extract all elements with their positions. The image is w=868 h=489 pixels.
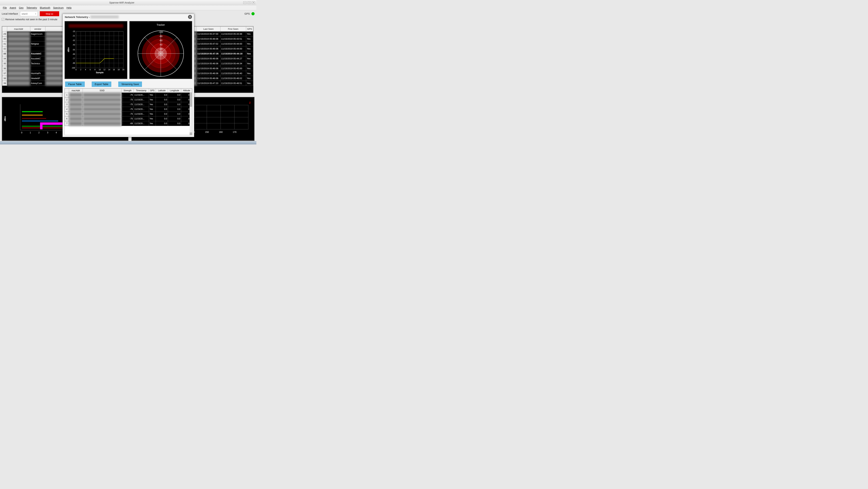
svg-rect-11: [22, 118, 46, 119]
menu-agent[interactable]: Agent: [8, 6, 18, 10]
band-label-5: z: [249, 101, 251, 104]
dialog-title: Network Telemetry -: [65, 16, 90, 19]
svg-rect-16: [40, 123, 42, 129]
menu-help[interactable]: Help: [65, 6, 73, 10]
export-table-button[interactable]: Export Table: [92, 82, 112, 87]
svg-text:-43: -43: [72, 44, 75, 46]
spectrum-ylabel: dBm: [4, 116, 6, 121]
svg-text:12: 12: [103, 69, 105, 71]
svg-text:16: 16: [113, 69, 115, 71]
remove-old-networks-checkbox[interactable]: ✓: [2, 18, 4, 21]
table-row[interactable]: 6 -7511/15/20... Yes0.00.00.0: [65, 117, 192, 121]
gps-status-icon: [251, 12, 255, 15]
maximize-button[interactable]: □: [248, 1, 251, 4]
svg-text:-66: -66: [72, 53, 75, 55]
minimize-button[interactable]: —: [243, 1, 247, 4]
svg-text:14: 14: [108, 69, 110, 71]
tcol-alt[interactable]: Altitude: [181, 89, 192, 93]
svg-text:170: 170: [233, 131, 237, 133]
pause-table-button[interactable]: Pause Table: [65, 82, 85, 87]
redacted-ssid: [91, 16, 119, 18]
tcol-gps[interactable]: GPS: [149, 89, 156, 93]
stop-scan-button[interactable]: Stop sc: [40, 11, 59, 16]
telemetry-table[interactable]: macAddr SSID Strength Timestamp GPS Lati…: [64, 88, 192, 135]
gps-label: GPS:: [245, 12, 250, 15]
dialog-titlebar[interactable]: Network Telemetry - ✕: [63, 14, 194, 20]
svg-text:-88: -88: [72, 62, 75, 64]
svg-text:20: 20: [122, 69, 124, 71]
svg-text:150: 150: [205, 131, 209, 133]
tracker-radar: Tracker -100-80 -60-40-20: [129, 21, 192, 79]
table-row[interactable]: 5 -7511/15/20... Yes0.00.00.0: [65, 112, 192, 117]
svg-text:-77: -77: [72, 58, 75, 60]
local-interface-label: Local Interface: [2, 12, 18, 15]
svg-text:-21: -21: [72, 35, 75, 37]
interface-select[interactable]: wlan0: [20, 11, 38, 16]
menu-telemetry[interactable]: Telemetry: [25, 6, 38, 10]
svg-text:8: 8: [94, 69, 95, 71]
table-row[interactable]: 3 -7511/15/20... Yes0.00.00.0: [65, 102, 192, 107]
menu-file[interactable]: File: [1, 6, 8, 10]
streaming-save-button[interactable]: Streaming Save: [118, 82, 142, 87]
statusbar: [0, 141, 256, 145]
table-row[interactable]: 2 -7511/15/20... Yes0.00.00.0: [65, 97, 192, 102]
svg-text:4: 4: [85, 69, 86, 71]
svg-text:-80: -80: [159, 35, 162, 37]
svg-text:2: 2: [38, 131, 40, 134]
svg-text:-60: -60: [159, 39, 162, 42]
col-gps[interactable]: GPS: [246, 27, 253, 32]
tcol-ssid[interactable]: SSID: [83, 89, 122, 93]
svg-text:-10: -10: [72, 30, 75, 32]
svg-text:6: 6: [90, 69, 91, 71]
col-lastseen[interactable]: Last Seen: [196, 27, 220, 32]
menu-bluetooth[interactable]: Bluetooth: [38, 6, 52, 10]
svg-rect-10: [22, 115, 43, 116]
window-title: Sparrow-WiFi Analyzer: [1, 1, 242, 4]
table-row[interactable]: 7 -8911/15/20... Yes0.00.00.0: [65, 121, 192, 126]
network-telemetry-dialog: Network Telemetry - ✕ -10-21-32-43-55-66…: [62, 14, 194, 137]
window-titlebar: Sparrow-WiFi Analyzer — □ ✕: [0, 0, 256, 5]
telemetry-scrollbar[interactable]: [190, 93, 192, 135]
svg-text:0: 0: [75, 69, 76, 71]
close-button[interactable]: ✕: [252, 1, 255, 4]
svg-text:-20: -20: [159, 48, 162, 50]
svg-text:18: 18: [118, 69, 120, 71]
svg-rect-12: [22, 121, 58, 121]
svg-text:0: 0: [21, 131, 22, 134]
tcol-lat[interactable]: Latitude: [156, 89, 168, 93]
svg-rect-9: [22, 111, 43, 112]
svg-rect-14: [22, 126, 65, 126]
tcol-lon[interactable]: Longitude: [168, 89, 181, 93]
tcol-mac[interactable]: macAddr: [69, 89, 83, 93]
svg-text:160: 160: [219, 131, 222, 133]
tcol-strength[interactable]: Strength: [122, 89, 134, 93]
menu-geo[interactable]: Geo: [18, 6, 25, 10]
table-row[interactable]: 4 -7511/15/20... Yes0.00.00.0: [65, 107, 192, 112]
svg-text:1: 1: [30, 131, 31, 134]
svg-text:4: 4: [56, 131, 57, 134]
col-macaddr[interactable]: macAddr: [7, 27, 30, 32]
menu-spectrum[interactable]: Spectrum: [52, 6, 65, 10]
col-vendor[interactable]: vendor: [30, 27, 45, 32]
svg-text:-100: -100: [71, 67, 75, 69]
signal-history-chart: -10-21-32-43-55-66-77-88-100024681012141…: [64, 21, 127, 79]
svg-text:2: 2: [80, 69, 81, 71]
scrollbar-thumb[interactable]: [190, 93, 192, 107]
svg-text:-32: -32: [72, 39, 75, 41]
svg-text:Sample: Sample: [96, 71, 103, 74]
svg-text:-40: -40: [159, 43, 162, 46]
tcol-timestamp[interactable]: Timestamp: [134, 89, 149, 93]
menubar: File Agent Geo Telemetry Bluetooth Spect…: [0, 5, 256, 10]
scrollbar-down[interactable]: [190, 132, 192, 135]
svg-text:-55: -55: [72, 49, 75, 51]
svg-text:3: 3: [47, 131, 48, 134]
dialog-close-button[interactable]: ✕: [188, 15, 192, 19]
redacted-chart-title: [69, 24, 123, 28]
svg-text:10: 10: [99, 69, 101, 71]
svg-text:dBm: dBm: [67, 47, 70, 52]
remove-old-networks-label: Remove networks not seen in the past 3 m…: [5, 18, 57, 21]
table-row[interactable]: 1 -7511/15/20... Yes0.00.00.0: [65, 93, 192, 97]
svg-text:-100: -100: [158, 31, 163, 33]
tracker-title: Tracker: [132, 24, 190, 26]
col-firstseen[interactable]: First Seen: [220, 27, 246, 32]
